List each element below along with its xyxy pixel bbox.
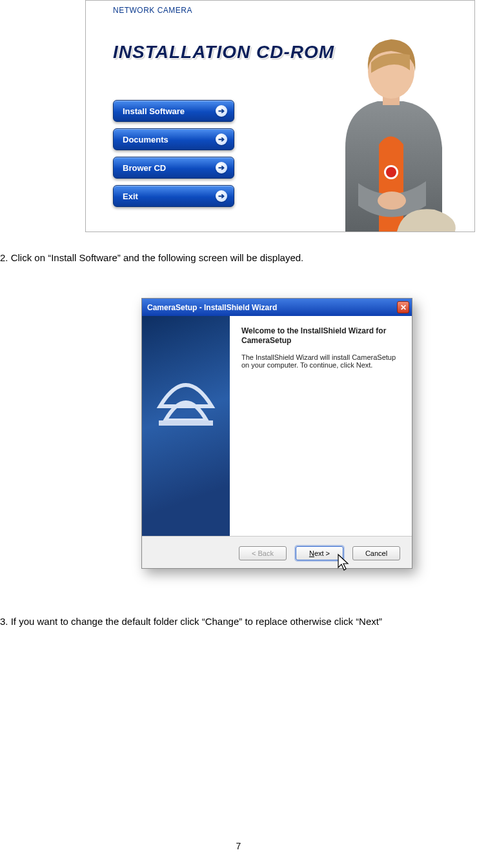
dialog-titlebar: CameraSetup - InstallShield Wizard ✕ <box>142 299 412 316</box>
svg-point-2 <box>378 192 406 210</box>
installshield-wizard-dialog: CameraSetup - InstallShield Wizard ✕ Wel… <box>141 298 412 569</box>
arrow-right-icon: ➔ <box>216 162 227 173</box>
close-icon[interactable]: ✕ <box>397 301 409 313</box>
arrow-right-icon: ➔ <box>216 190 227 202</box>
exit-button[interactable]: Exit ➔ <box>113 185 234 207</box>
svg-rect-5 <box>159 420 213 426</box>
browse-cd-button[interactable]: Brower CD ➔ <box>113 157 234 179</box>
cdrom-subtitle: NETWORK CAMERA <box>113 6 192 15</box>
dialog-body-text: The InstallShield Wizard will install Ca… <box>241 353 400 369</box>
cdrom-title: INSTALLATION CD-ROM <box>113 42 334 63</box>
installer-logo-icon <box>154 344 218 428</box>
cdrom-autorun-panel: NETWORK CAMERA INSTALLATION CD-ROM Insta… <box>85 0 475 232</box>
arrow-right-icon: ➔ <box>216 133 227 145</box>
cancel-button[interactable]: Cancel <box>352 546 400 560</box>
instruction-step-3: 3. If you want to change the default fol… <box>0 615 477 628</box>
dialog-footer: < Back Next > Cancel <box>142 536 412 569</box>
menu-label: Documents <box>123 135 168 144</box>
menu-label: Install Software <box>123 106 185 116</box>
dialog-side-graphic <box>142 316 230 536</box>
next-button-rest: ext > <box>314 549 330 557</box>
dialog-heading: Welcome to the InstallShield Wizard for … <box>241 326 400 346</box>
next-button[interactable]: Next > <box>296 546 343 560</box>
instruction-step-2: 2. Click on “Install Software” and the f… <box>0 252 303 264</box>
person-photo-placeholder <box>307 12 474 232</box>
mouse-cursor-icon <box>337 553 350 571</box>
dialog-body: Welcome to the InstallShield Wizard for … <box>142 316 412 536</box>
svg-point-1 <box>386 167 396 177</box>
menu-label: Exit <box>123 192 138 201</box>
dialog-title: CameraSetup - InstallShield Wizard <box>147 303 277 312</box>
back-button[interactable]: < Back <box>239 546 287 560</box>
documents-button[interactable]: Documents ➔ <box>113 128 234 150</box>
install-software-button[interactable]: Install Software ➔ <box>113 100 234 122</box>
menu-label: Brower CD <box>123 163 166 173</box>
arrow-right-icon: ➔ <box>216 105 227 117</box>
cdrom-menu: Install Software ➔ Documents ➔ Brower CD… <box>113 100 234 207</box>
next-button-mnemonic: N <box>309 549 314 557</box>
dialog-main: Welcome to the InstallShield Wizard for … <box>230 316 412 536</box>
page-number: 7 <box>0 841 477 851</box>
